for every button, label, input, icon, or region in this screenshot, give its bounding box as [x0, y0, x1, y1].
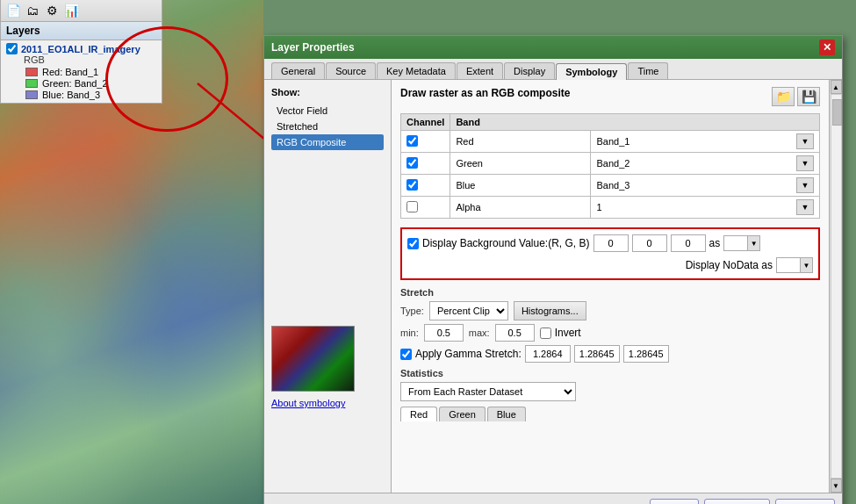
red-band-dropdown[interactable]: ▼ [796, 133, 814, 149]
bg-value-b-input[interactable] [671, 234, 706, 252]
ok-button[interactable]: OK [650, 499, 698, 504]
alpha-checkbox-cell [401, 197, 450, 219]
invert-checkbox[interactable] [540, 328, 551, 339]
table-row-green: Green Band_2 ▼ [401, 153, 820, 175]
layers-toolbar-icon-2[interactable]: 🗂 [24, 2, 41, 19]
tab-general[interactable]: General [271, 62, 325, 79]
green-checkbox[interactable] [406, 157, 418, 169]
nodata-color-dropdown[interactable]: ▼ [801, 257, 813, 273]
invert-row: Invert [540, 327, 581, 339]
channel-table: Channel Band Red Band_1 ▼ [400, 113, 820, 219]
alpha-checkbox[interactable] [406, 201, 418, 212]
gamma-checkbox[interactable] [400, 349, 412, 360]
layer-item: 2011_EO1ALI_IR_imagery RGB Red: Band_1 G… [1, 40, 162, 103]
tab-display[interactable]: Display [504, 62, 555, 79]
statistics-row: From Each Raster Dataset [400, 382, 820, 401]
bg-value-checkbox[interactable] [407, 238, 419, 249]
red-band-cell: Band_1 ▼ [591, 131, 820, 153]
show-label: Show: [271, 87, 384, 97]
red-checkbox[interactable] [406, 135, 418, 147]
layers-label: Layers [6, 25, 40, 37]
about-symbology-link[interactable]: About symbology [271, 398, 345, 408]
dialog-close-button[interactable]: ✕ [819, 40, 835, 55]
stretch-type-row: Type: Percent Clip Histograms... [400, 301, 820, 320]
layer-name[interactable]: 2011_EO1ALI_IR_imagery [21, 44, 140, 54]
bg-value-g-input[interactable] [632, 234, 667, 252]
layer-type: RGB [6, 54, 156, 65]
gamma-g-input[interactable] [574, 345, 620, 363]
green-band-dropdown[interactable]: ▼ [796, 155, 814, 171]
stretch-type-select[interactable]: Percent Clip [429, 301, 508, 320]
histograms-button[interactable]: Histograms... [514, 301, 586, 320]
folder-icon-btn[interactable]: 📁 [772, 87, 795, 106]
dialog-body: Show: Vector Field Stretched RGB Composi… [264, 80, 842, 493]
max-input[interactable] [495, 324, 535, 342]
layer-checkbox[interactable] [6, 43, 18, 54]
tab-symbology[interactable]: Symbology [556, 63, 627, 80]
dialog-scrollbar: ▲ ▼ [829, 80, 842, 493]
show-item-vector-field[interactable]: Vector Field [271, 103, 384, 119]
blue-checkbox[interactable] [406, 179, 418, 191]
dialog-left-panel: Show: Vector Field Stretched RGB Composi… [264, 80, 392, 493]
tab-extent[interactable]: Extent [457, 62, 503, 79]
save-icon-btn[interactable]: 💾 [797, 87, 820, 106]
min-input[interactable] [424, 324, 464, 342]
stretch-title: Stretch [400, 287, 820, 298]
layer-properties-dialog: Layer Properties ✕ General Source Key Me… [263, 35, 843, 504]
layers-toolbar-icon-4[interactable]: 📊 [62, 2, 80, 19]
scrollbar-track[interactable] [831, 94, 842, 479]
legend-item-2: Blue: Band_3 [6, 90, 156, 100]
band-header: Band [450, 114, 820, 131]
dialog-right-panel: Draw raster as an RGB composite 📁 💾 Chan… [392, 80, 829, 493]
show-item-rgb-composite[interactable]: RGB Composite [271, 134, 384, 150]
color-tab-red[interactable]: Red [400, 407, 437, 421]
scrollbar-up-btn[interactable]: ▲ [831, 80, 842, 94]
legend-label-2: Blue: Band_3 [42, 90, 100, 100]
dialog-footer: OK Cancel Apply [264, 493, 842, 504]
layers-title: Layers [1, 22, 162, 40]
scrollbar-down-btn[interactable]: ▼ [831, 479, 842, 493]
channel-header: Channel [401, 114, 450, 131]
gamma-r-input[interactable] [525, 345, 571, 363]
bg-value-r-input[interactable] [593, 234, 629, 252]
invert-label: Invert [555, 327, 581, 339]
show-item-stretched[interactable]: Stretched [271, 119, 384, 134]
layers-toolbar-icon-1[interactable]: 📄 [4, 2, 22, 19]
bg-value-label: Display Background Value:(R, G, B) [422, 237, 590, 249]
color-tab-blue[interactable]: Blue [487, 407, 526, 421]
as-label: as [709, 237, 721, 249]
layers-toolbar-icon-3[interactable]: ⚙ [43, 2, 61, 19]
color-tab-green[interactable]: Green [439, 407, 486, 421]
table-row-blue: Blue Band_3 ▼ [401, 175, 820, 197]
nodata-color-group: ▼ [776, 257, 813, 273]
statistics-section: Statistics From Each Raster Dataset Red … [400, 368, 820, 421]
nodata-color-swatch[interactable] [776, 257, 801, 273]
legend-item-0: Red: Band_1 [6, 67, 156, 77]
color-tabs: Red Green Blue [400, 407, 820, 421]
tab-source[interactable]: Source [326, 62, 376, 79]
statistics-select[interactable]: From Each Raster Dataset [400, 382, 576, 401]
blue-band-cell: Band_3 ▼ [591, 175, 820, 197]
min-label: min: [400, 328, 419, 338]
legend-color-red [25, 68, 38, 76]
dialog-toolbar: 📁 💾 [772, 87, 820, 106]
legend-color-blue [25, 90, 38, 99]
section-title: Draw raster as an RGB composite [400, 87, 570, 99]
gamma-b-input[interactable] [623, 345, 669, 363]
dialog-title: Layer Properties [271, 41, 355, 54]
bg-color-dropdown[interactable]: ▼ [748, 235, 760, 251]
min-max-row: min: max: Invert [400, 324, 820, 342]
tab-time[interactable]: Time [628, 62, 668, 79]
legend-label-1: Green: Band_2 [42, 78, 108, 89]
scrollbar-thumb[interactable] [832, 99, 842, 126]
legend-label-0: Red: Band_1 [42, 67, 98, 77]
nodata-label: Display NoData as [686, 259, 773, 271]
bg-color-swatch[interactable] [723, 235, 748, 251]
blue-band-dropdown[interactable]: ▼ [796, 177, 814, 193]
cancel-button[interactable]: Cancel [704, 499, 770, 504]
alpha-band-dropdown[interactable]: ▼ [796, 199, 814, 215]
red-checkbox-cell [401, 131, 450, 153]
bg-color-swatch-group: ▼ [723, 235, 760, 251]
tab-key-metadata[interactable]: Key Metadata [377, 62, 456, 79]
apply-button[interactable]: Apply [775, 499, 835, 504]
